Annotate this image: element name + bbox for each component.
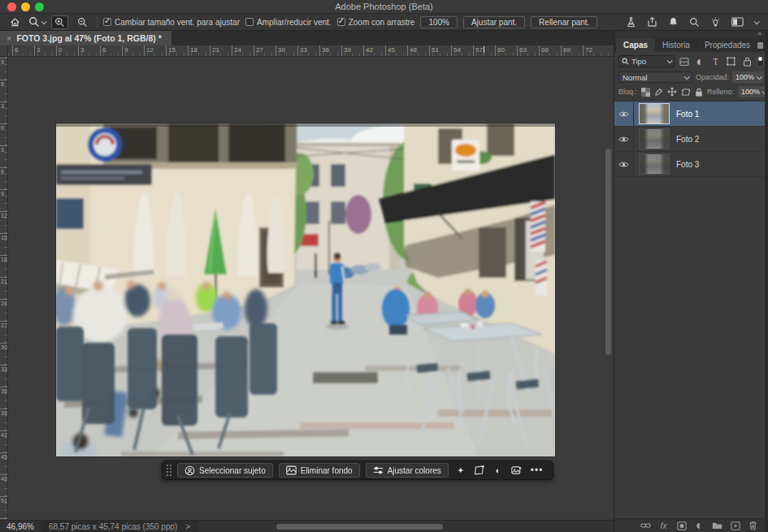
workspace-switcher-icon[interactable]	[731, 17, 744, 27]
discover-lightbulb-icon[interactable]	[710, 16, 721, 28]
checkbox-icon	[337, 18, 345, 26]
new-adjustment-layer-icon[interactable]: ◐	[694, 521, 705, 531]
home-icon[interactable]	[7, 15, 23, 29]
zoom-100-button[interactable]: 100%	[420, 16, 458, 28]
ruler-tick-label: 18	[188, 45, 197, 56]
ruler-tick-label: 15	[166, 45, 176, 56]
vertical-ruler[interactable]: 9630369121518212427303336394245485154	[0, 57, 8, 520]
lock-pixels-brush-icon[interactable]	[654, 87, 663, 97]
select-subject-button[interactable]: Seleccionar sujeto	[177, 463, 273, 478]
photo-canvas[interactable]	[56, 123, 555, 456]
ruler-tick-label: 6	[100, 45, 106, 56]
layer-row-foto-3[interactable]: Foto 3	[614, 152, 768, 177]
search-icon[interactable]	[689, 17, 700, 28]
layer-name[interactable]: Foto 2	[676, 135, 699, 144]
close-tab-icon[interactable]: ×	[7, 33, 11, 43]
magic-wand-icon[interactable]: ✦	[454, 465, 467, 476]
document-tab[interactable]: × FOTO 3.jpg al 47% (Foto 1, RGB/8) *	[0, 31, 171, 45]
zoom-window-button[interactable]	[35, 2, 44, 11]
panel-menu-icon[interactable]	[757, 42, 763, 49]
adjust-colors-button[interactable]: Ajustar colores	[366, 463, 449, 478]
ruler-tick-label: 9	[122, 45, 128, 56]
ruler-tick-label: 6	[0, 167, 7, 175]
zoom-in-button[interactable]	[51, 15, 68, 29]
blend-mode-select[interactable]: Normal	[618, 71, 692, 83]
zoom-level-field[interactable]: 46,96%	[0, 522, 41, 531]
beta-feedback-icon[interactable]	[626, 16, 636, 28]
adjustments-icon[interactable]: ◐	[492, 465, 505, 475]
ruler-tick-label: 54	[451, 45, 461, 56]
document-info[interactable]: 68,57 picas x 45,74 picas (350 ppp) >	[41, 521, 198, 532]
lock-row: Bloq.: Relleno:	[614, 84, 768, 102]
ruler-tick-label: 30	[276, 45, 285, 56]
chevron-down-icon[interactable]	[754, 19, 760, 24]
panel-tab-bar: Capas Historia Propiedades	[614, 37, 768, 52]
status-chevron-icon[interactable]: >	[185, 522, 190, 531]
option-checkbox-zoom-all-windows[interactable]: Ampliar/reducir vent.	[245, 18, 332, 27]
option-checkbox-resize-window[interactable]: Cambiar tamaño vent. para ajustar	[103, 18, 240, 27]
generative-image-icon[interactable]	[510, 465, 523, 475]
layers-panel: » Capas Historia Propiedades Tipo	[614, 31, 768, 532]
layer-name[interactable]: Foto 1	[676, 110, 699, 119]
close-window-button[interactable]	[7, 2, 16, 11]
share-icon[interactable]	[647, 16, 657, 28]
fill-screen-button[interactable]: Rellenar pant.	[531, 16, 597, 28]
option-checkbox-scrubby-zoom[interactable]: Zoom con arrastre	[337, 18, 415, 27]
canvas-area[interactable]: Seleccionar sujeto Eliminar fondo Ajusta…	[8, 57, 614, 520]
tab-historia[interactable]: Historia	[655, 38, 697, 52]
titlebar: Adobe Photoshop (Beta)	[0, 0, 768, 14]
zoom-out-button[interactable]	[74, 15, 91, 29]
layer-row-foto-1[interactable]: Foto 1	[614, 102, 768, 127]
lock-position-move-icon[interactable]	[667, 87, 677, 97]
canvas-horizontal-scrollbar[interactable]	[276, 524, 443, 530]
more-options-button[interactable]: •••	[529, 465, 545, 476]
opacity-value[interactable]: 100%	[732, 71, 764, 83]
horizontal-ruler[interactable]: 6303691215182124273033363942454851545760…	[8, 45, 614, 57]
collapse-panels-icon[interactable]: »	[758, 31, 761, 37]
ruler-tick-label: 21	[0, 277, 7, 284]
layer-visibility-eye-icon[interactable]	[614, 152, 634, 176]
lock-transparency-icon[interactable]	[641, 87, 650, 97]
layer-thumbnail[interactable]	[639, 103, 670, 124]
ruler-tick-label: 3	[78, 45, 84, 56]
canvas-vertical-scrollbar[interactable]	[605, 149, 611, 355]
ruler-tick-label: 66	[539, 45, 549, 56]
add-layer-mask-icon[interactable]	[676, 521, 687, 531]
tab-capas[interactable]: Capas	[616, 38, 655, 52]
layer-name[interactable]: Foto 3	[676, 160, 699, 169]
filter-type-select[interactable]: Tipo	[618, 55, 675, 67]
lock-artboard-icon[interactable]	[681, 87, 691, 97]
ruler-cursor-marker	[484, 46, 484, 55]
fit-screen-button[interactable]: Ajustar pant.	[463, 16, 525, 28]
layer-filter-toggle[interactable]	[757, 55, 764, 67]
opacity-label: Opacidad:	[696, 73, 729, 81]
layer-thumbnail[interactable]	[639, 128, 670, 149]
notifications-bell-icon[interactable]	[668, 16, 679, 28]
remove-background-button[interactable]: Eliminar fondo	[279, 463, 360, 478]
layer-row-foto-2[interactable]: Foto 2	[614, 127, 768, 152]
layer-thumbnail[interactable]	[639, 154, 670, 175]
filter-smart-objects-icon[interactable]	[741, 56, 753, 67]
delete-layer-trash-icon[interactable]	[748, 521, 758, 531]
new-layer-icon[interactable]	[730, 521, 740, 531]
transform-icon[interactable]	[473, 465, 486, 475]
layer-styles-fx-icon[interactable]: fx	[658, 521, 669, 531]
lock-all-icon[interactable]	[695, 87, 703, 97]
panel-dock-edge[interactable]	[765, 31, 768, 532]
new-group-folder-icon[interactable]	[712, 521, 722, 531]
filter-shape-layers-icon[interactable]	[726, 56, 737, 67]
filter-adjustment-layers-icon[interactable]: ◐	[694, 56, 705, 67]
layer-visibility-eye-icon[interactable]	[614, 127, 634, 151]
zoom-tool-button[interactable]	[28, 16, 46, 28]
ruler-tick-label: 69	[561, 45, 571, 56]
tab-propiedades[interactable]: Propiedades	[697, 38, 757, 52]
minimize-window-button[interactable]	[21, 2, 30, 11]
taskbar-drag-handle[interactable]	[166, 464, 171, 477]
filter-pixel-layers-icon[interactable]	[679, 56, 690, 67]
link-layers-icon[interactable]	[640, 521, 651, 531]
ruler-tick-label: 6	[12, 45, 18, 56]
layer-visibility-eye-icon[interactable]	[614, 102, 634, 126]
fill-value[interactable]: 100%	[738, 86, 768, 97]
ruler-tick-label: 33	[0, 365, 7, 372]
filter-type-layers-icon[interactable]: T	[710, 56, 722, 67]
